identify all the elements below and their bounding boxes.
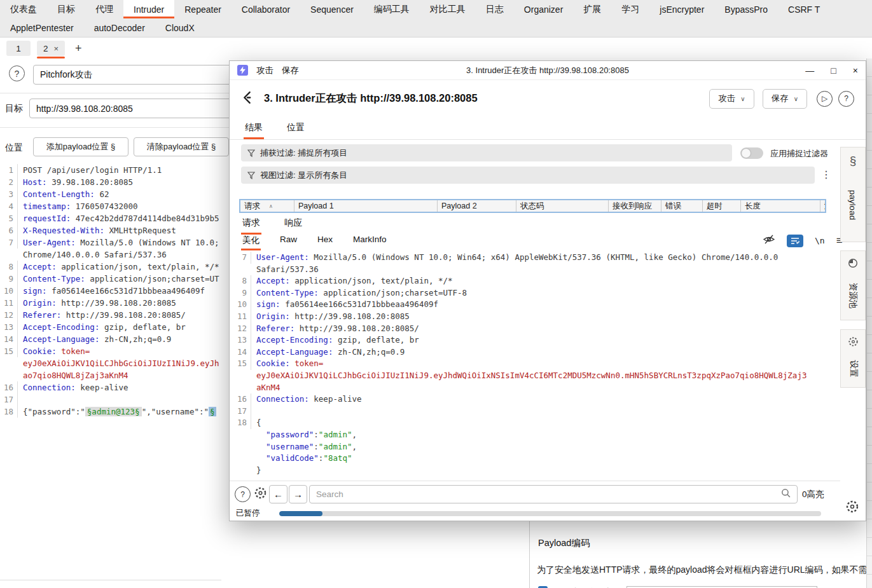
menu-tab-organizer[interactable]: Organizer [514,0,573,18]
tab-位置[interactable]: 位置 [286,117,306,139]
column-header-8[interactable]: 长度 [741,200,820,212]
code-segment: application/json;charset=UTF-8 [319,288,467,297]
toggle-knob [742,149,751,158]
menu-tab-csrf-t[interactable]: CSRF T [778,0,830,18]
column-header-3[interactable]: Payload 2 [438,200,516,212]
code-segment: token= [294,359,323,368]
menu-tab-bypasspro[interactable]: BypassPro [714,0,778,18]
column-label: 注 [824,201,826,212]
minimize-button[interactable]: — [805,65,814,76]
code-line: 8Accept: application/json, text/plain, *… [236,275,839,287]
menu-tab--[interactable]: 仪表盘 [0,0,47,18]
code-segment [256,430,266,439]
column-header-6[interactable]: 错误 [661,200,703,212]
column-header-2[interactable]: Payload 1 [294,200,438,212]
menu-tab--[interactable]: 扩展 [573,0,611,18]
code-segment: } [256,465,261,475]
results-table-header[interactable]: 请求∧Payload 1Payload 2状态码接收到响应错误超时长度注 [239,199,826,213]
code-segment: zh-CN,zh;q=0.9 [99,334,171,344]
show-newlines-icon[interactable]: \n [815,236,825,245]
menu-tab--[interactable]: 代理 [85,0,123,18]
save-dropdown-button[interactable]: 保存 ∨ [763,89,807,109]
sidebar-section-资源池[interactable]: 资源池 [840,250,866,320]
url-encode-row: ✓ URL编码这些字符 /=<>?+&*;:"{}|^`# [538,577,869,588]
resume-attack-button[interactable]: ▷ [817,91,833,107]
menu-tab-sequencer[interactable]: Sequencer [300,0,364,18]
sidebar-label-wrap: 设置 [845,350,862,387]
code-segment: requestId: [23,214,71,223]
add-payload-position-button[interactable]: 添加payload位置 § [33,137,128,156]
code-segment: Referer: [23,310,61,320]
column-header-9[interactable]: 注 [820,200,826,212]
column-header-4[interactable]: 状态码 [516,200,609,212]
menu-tab-cloudx[interactable]: CloudX [155,18,205,37]
menu-tab-collaborator[interactable]: Collaborator [232,0,300,18]
search-next-button[interactable]: → [289,485,307,503]
menu-tab--[interactable]: 目标 [47,0,85,18]
column-header-5[interactable]: 接收到响应 [609,200,661,212]
positions-label: 位置 [5,142,23,154]
menu-row-1: 仪表盘目标代理IntruderRepeaterCollaboratorSeque… [0,0,872,18]
attack-progress-bar [279,511,821,516]
search-help-icon[interactable]: ? [235,486,251,502]
tab-hex[interactable]: Hex [316,231,334,250]
sidebar-label-wrap: payload [838,168,868,242]
search-settings-gear-icon[interactable] [254,486,267,502]
attack-dropdown-button[interactable]: 攻击 ∨ [709,89,754,109]
hide-highlight-icon[interactable] [763,234,775,247]
code-segment: application/json, text/plain, */* [57,262,219,271]
sidebar-section-设置[interactable]: 设置 [840,329,866,388]
line-number: 10 [3,285,18,297]
menu-tab-jsencrypter[interactable]: jsEncrypter [649,0,714,18]
attack-doc-tab-2[interactable]: 2× [37,41,65,56]
menu-tab-autodecoder[interactable]: autoDecoder [84,18,155,37]
search-prev-button[interactable]: ← [269,485,287,503]
clear-payload-position-button[interactable]: 清除payload位置 § [134,137,229,156]
close-icon[interactable]: × [54,44,59,53]
payload-encoding-panel: Payload编码 为了安全地发送HTTP请求，最终的payload将会对框框内… [529,521,872,588]
highlight-count: 0高亮 [802,489,824,500]
menu-tab--[interactable]: 编码工具 [364,0,420,18]
dialog-help-button[interactable]: ? [838,91,854,107]
tab-美化[interactable]: 美化 [241,231,261,250]
code-segment: §admin@123§ [85,407,142,416]
capture-filter-toggle[interactable] [740,147,763,159]
line-number: 12 [236,323,251,335]
background-scroll-strip[interactable] [866,58,872,588]
more-options-icon[interactable]: ⋮ [821,168,831,181]
sidebar-section-payload[interactable]: §payload [840,147,866,242]
code-segment: token= [61,346,90,356]
soft-wrap-icon[interactable] [787,235,803,247]
column-header-1[interactable]: 请求∧ [240,200,294,212]
line-number: 16 [3,381,18,393]
menu-save[interactable]: 保存 [282,65,299,76]
column-header-7[interactable]: 超时 [703,200,741,212]
help-icon[interactable]: ? [9,65,25,81]
menu-attack[interactable]: 攻击 [256,65,273,76]
code-segment: Connection: [23,383,76,392]
line-number: 5 [3,212,18,224]
tab-raw[interactable]: Raw [279,231,298,250]
menu-tab-intruder[interactable]: Intruder [123,0,174,18]
view-filter-bar[interactable]: 视图过滤: 显示所有条目 [241,167,815,184]
menu-tab--[interactable]: 对比工具 [420,0,476,18]
maximize-button[interactable]: □ [831,65,836,76]
code-segment: Host: [23,177,47,187]
dialog-title-bar[interactable]: 攻击 保存 3. Intruder正在攻击 http://39.98.108.2… [230,61,866,80]
attack-doc-tab-1[interactable]: 1 [6,41,31,56]
tab-markinfo[interactable]: MarkInfo [352,231,388,250]
help-glyph: ? [240,490,245,499]
new-tab-button[interactable]: + [71,42,86,55]
editor-settings-gear-icon[interactable] [845,500,859,516]
line-number: 14 [3,333,18,345]
panel-divider [0,580,221,580]
menu-tab--[interactable]: 学习 [611,0,649,18]
capture-filter-bar[interactable]: 捕获过滤: 捕捉所有项目 [241,144,732,161]
close-button[interactable]: × [853,65,858,76]
request-viewer[interactable]: 7User-Agent: Mozilla/5.0 (Windows NT 10.… [236,252,839,475]
tab-结果[interactable]: 结果 [244,117,264,139]
menu-tab--[interactable]: 日志 [476,0,514,18]
menu-tab-appletpentester[interactable]: AppletPentester [0,18,84,37]
menu-tab-repeater[interactable]: Repeater [174,0,232,18]
search-input[interactable] [316,489,781,499]
